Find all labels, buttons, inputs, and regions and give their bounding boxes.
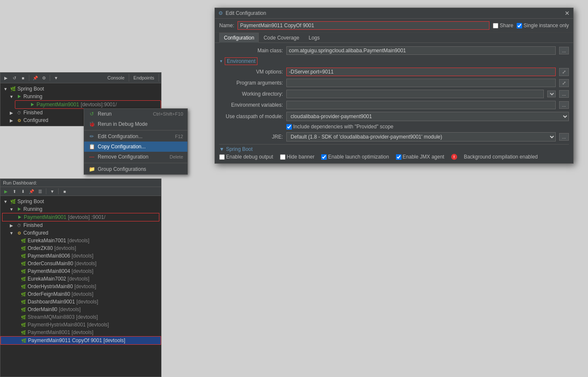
- share-checkbox[interactable]: [493, 23, 498, 28]
- vm-options-expand-btn[interactable]: ⤢: [559, 68, 569, 76]
- menu-edit-label: Edit Configuration...: [98, 133, 142, 139]
- main-class-btn[interactable]: ...: [559, 47, 569, 54]
- dialog-name-row: Name: Share Single instance only: [215, 19, 573, 33]
- config-item-payment8006[interactable]: 🌿 PaymentMain8006 [devtools]: [0, 252, 161, 260]
- config-item-payment8004[interactable]: 🌿 PaymentMain8004 [devtools]: [0, 267, 161, 275]
- dashboard-toolbar: ▶ ⬆ ⬇ 📌 ☰ ▼ ■: [0, 187, 161, 196]
- vm-options-label: VM options:: [219, 69, 283, 75]
- working-dir-select[interactable]: ▼: [547, 91, 556, 97]
- config-item-orderconsul80[interactable]: 🌿 OrderConsulMain80 [devtools]: [0, 260, 161, 267]
- dash-filter-btn[interactable]: ▼: [49, 188, 56, 195]
- hide-banner-checkbox[interactable]: [280, 154, 286, 160]
- dialog-close-btn[interactable]: ✕: [565, 10, 570, 17]
- menu-remove-label: Remove Configuration: [98, 154, 148, 160]
- program-args-row: Program arguments: ⤢: [219, 79, 569, 87]
- toolbar-rerun-btn[interactable]: ↺: [11, 74, 18, 81]
- include-deps-label[interactable]: Include dependencies with "Provided" sco…: [286, 124, 393, 130]
- menu-debug[interactable]: 🐞 Rerun in Debug Mode: [84, 119, 187, 129]
- tab-endpoints[interactable]: Endpoints: [129, 74, 159, 82]
- tab-logs[interactable]: Logs: [304, 33, 324, 43]
- classpath-select[interactable]: cloudalibaba-provider-payment9001: [286, 112, 569, 121]
- toolbar-filter-btn[interactable]: ▼: [53, 74, 59, 81]
- env-vars-input[interactable]: [286, 101, 556, 109]
- config-item-eureka7001[interactable]: 🌿 EurekaMain7001 [devtools]: [0, 237, 161, 244]
- config-item-streammq8803[interactable]: 🌿 StreamMQMain8803 [devtools]: [0, 313, 161, 321]
- dash-stop-btn[interactable]: ■: [61, 188, 68, 195]
- config-icon-eureka7002: 🌿: [20, 275, 27, 282]
- config-item-dashboard9001[interactable]: 🌿 DashboardMain9001 [devtools]: [0, 298, 161, 306]
- config-label-orderhystrix80: OrderHystrixMain80 [devtools]: [28, 283, 96, 289]
- menu-remove-config[interactable]: — Remove Configuration Delete: [84, 152, 187, 162]
- dialog-tabs: Configuration Code Coverage Logs: [215, 33, 573, 43]
- jre-select[interactable]: Default (1.8 - SDK of 'cloudalibaba-prov…: [286, 132, 556, 142]
- configured-label: Configured: [23, 117, 48, 123]
- menu-edit-config[interactable]: ✏ Edit Configuration... F12: [84, 131, 187, 142]
- working-dir-input[interactable]: [286, 90, 544, 98]
- main-class-label: Main class:: [219, 48, 283, 54]
- dash-finished-label: Finished: [23, 222, 42, 228]
- toolbar-run-btn[interactable]: ▶: [3, 74, 9, 81]
- main-class-input[interactable]: [286, 46, 556, 55]
- dash-finished[interactable]: ▶ ⏱ Finished: [0, 221, 161, 229]
- enable-launch-checkbox[interactable]: [321, 154, 327, 160]
- dash-reorder2-btn[interactable]: ⬇: [20, 188, 26, 195]
- program-args-expand-btn[interactable]: ⤢: [559, 79, 569, 87]
- dash-pin-btn[interactable]: 📌: [28, 188, 35, 195]
- dash-run-btn[interactable]: ▶: [3, 188, 9, 195]
- config-item-paymentmain8001[interactable]: 🌿 PaymentMain8001 [devtools]: [0, 329, 161, 336]
- dash-finished-expand: ▶: [8, 222, 15, 229]
- enable-launch-label[interactable]: Enable launch optimization: [321, 154, 389, 160]
- tab-configuration[interactable]: Configuration: [219, 33, 259, 43]
- tab-console[interactable]: Console: [103, 74, 129, 82]
- dialog-name-input[interactable]: [237, 21, 489, 30]
- menu-group-config[interactable]: 📁 Group Configurations: [84, 164, 187, 174]
- spring-boot-options: Enable debug output Hide banner Enable l…: [219, 154, 569, 160]
- toolbar-settings-btn[interactable]: ⚙: [40, 74, 47, 81]
- dash-running[interactable]: ▼ Running: [0, 205, 161, 213]
- menu-rerun[interactable]: ↺ Rerun Ctrl+Shift+F10: [84, 109, 187, 119]
- remove-icon: —: [88, 153, 95, 160]
- environment-section[interactable]: ▼ Environment: [219, 57, 569, 65]
- configured-icon: ⚙: [16, 117, 23, 124]
- rerun-shortcut: Ctrl+Shift+F10: [153, 111, 183, 116]
- toolbar-pin-btn[interactable]: 📌: [32, 74, 39, 81]
- env-vars-btn[interactable]: ...: [559, 101, 569, 109]
- working-dir-btn[interactable]: ...: [559, 90, 569, 98]
- enable-jmx-label[interactable]: Enable JMX agent: [396, 154, 444, 160]
- tree-running[interactable]: ▼ Running: [0, 93, 161, 100]
- config-label-payment8006: PaymentMain8006 [devtools]: [28, 253, 93, 259]
- tree-payment-main[interactable]: PaymentMain9001 [devtools]:9001/: [15, 100, 161, 109]
- enable-debug-label[interactable]: Enable debug output: [219, 154, 273, 160]
- dash-reorder1-btn[interactable]: ⬆: [11, 188, 18, 195]
- config-item-paymenthystrix8001[interactable]: 🌿 PaymentHystrixMain8001 [devtools]: [0, 321, 161, 329]
- single-instance-label[interactable]: Single instance only: [517, 23, 569, 28]
- program-args-input[interactable]: [286, 79, 556, 87]
- include-deps-checkbox[interactable]: [286, 124, 292, 130]
- hide-banner-label[interactable]: Hide banner: [280, 154, 314, 160]
- edit-icon: ✏: [88, 133, 95, 140]
- dash-payment-running[interactable]: PaymentMain9001 [devtools] :9001/: [2, 213, 159, 221]
- share-checkbox-label[interactable]: Share: [493, 23, 513, 28]
- config-item-ordermain80[interactable]: 🌿 OrderMain80 [devtools]: [0, 306, 161, 313]
- config-item-payment9011[interactable]: 🌿 PaymentMain9011 CopyOf 9001 [devtools]: [0, 336, 161, 345]
- enable-jmx-checkbox[interactable]: [396, 154, 401, 160]
- config-item-orderzk80[interactable]: 🌿 OrderZK80 [devtools]: [0, 244, 161, 252]
- config-item-orderhystrix80[interactable]: 🌿 OrderHystrixMain80 [devtools]: [0, 283, 161, 290]
- config-item-orderfeign80[interactable]: 🌿 OrderFeignMain80 [devtools]: [0, 290, 161, 298]
- config-item-eureka7002[interactable]: 🌿 EurekaMain7002 [devtools]: [0, 275, 161, 283]
- single-instance-checkbox[interactable]: [517, 23, 522, 28]
- tab-code-coverage[interactable]: Code Coverage: [259, 33, 304, 43]
- dash-configured[interactable]: ▼ ⚙ Configured: [0, 229, 161, 237]
- config-icon-ordermain80: 🌿: [20, 306, 27, 313]
- debug-icon: 🐞: [88, 121, 95, 128]
- tree-springboot[interactable]: ▼ 🌿 Spring Boot: [0, 85, 161, 93]
- toolbar-stop-btn[interactable]: ■: [20, 74, 26, 81]
- vm-options-input[interactable]: [286, 68, 556, 76]
- expand-icon: ▼: [2, 85, 9, 92]
- dash-list-btn[interactable]: ☰: [37, 188, 43, 195]
- dialog-titlebar: ⚙ Edit Configuration ✕: [215, 8, 573, 19]
- dash-springboot[interactable]: ▼ 🌿 Spring Boot: [0, 198, 161, 205]
- jre-btn[interactable]: ...: [559, 133, 569, 141]
- enable-debug-checkbox[interactable]: [219, 154, 225, 160]
- menu-copy-config[interactable]: 📋 Copy Configuration...: [84, 142, 187, 152]
